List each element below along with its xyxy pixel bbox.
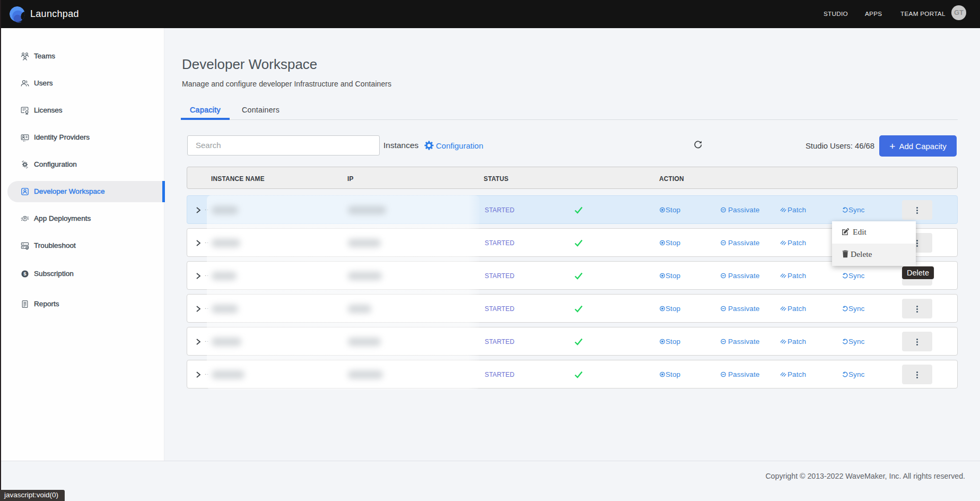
svg-text:$: $ bbox=[23, 271, 27, 277]
